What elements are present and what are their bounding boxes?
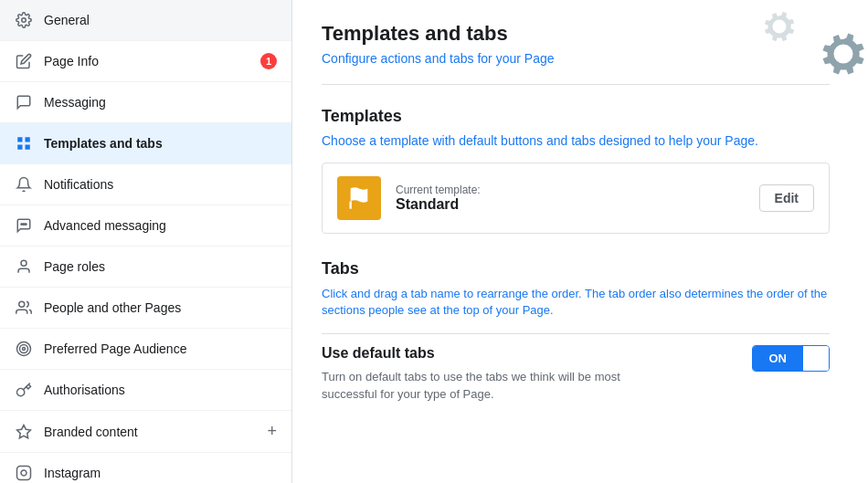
svg-rect-2 [26, 137, 30, 142]
page-info-badge: 1 [260, 53, 277, 69]
current-template-label: Current template: [396, 184, 759, 196]
use-default-tabs-info: Use default tabs Turn on default tabs to… [322, 345, 669, 402]
grid-icon [15, 134, 33, 152]
svg-point-12 [23, 348, 26, 351]
flag-icon [346, 185, 372, 211]
template-info: Current template: Standard [396, 184, 759, 213]
target-icon [15, 340, 33, 358]
toggle-on-option[interactable]: ON [753, 346, 804, 371]
sidebar-item-label: Authorisations [44, 383, 277, 397]
sidebar-item-label: People and other Pages [44, 300, 277, 315]
sidebar-item-advanced-messaging[interactable]: Advanced messaging [0, 205, 291, 247]
chat-dots-icon [15, 216, 33, 235]
instagram-icon [15, 464, 33, 482]
bell-icon [15, 175, 33, 194]
sidebar-item-label: Branded content [44, 425, 267, 439]
toggle-off-option[interactable] [803, 346, 829, 371]
use-default-tabs-desc: Turn on default tabs to use the tabs we … [322, 369, 669, 402]
sidebar-item-notifications[interactable]: Notifications [0, 164, 291, 205]
tabs-section: Tabs Click and drag a tab name to rearra… [322, 259, 830, 403]
templates-title: Templates [322, 107, 830, 126]
sidebar-item-page-roles[interactable]: Page roles [0, 247, 291, 288]
person-star-icon [15, 299, 33, 317]
tabs-description: Click and drag a tab name to rearrange t… [322, 286, 830, 319]
svg-marker-13 [17, 425, 31, 437]
svg-rect-14 [17, 467, 31, 480]
use-default-tabs-title: Use default tabs [322, 345, 669, 362]
sidebar-item-preferred-audience[interactable]: Preferred Page Audience [0, 329, 291, 370]
sidebar-item-label: Notifications [44, 177, 277, 192]
plus-icon: + [267, 422, 277, 441]
svg-point-5 [21, 224, 23, 226]
svg-point-9 [19, 301, 25, 307]
star-icon [15, 423, 33, 441]
sidebar-item-label: Advanced messaging [44, 218, 277, 233]
small-gear-icon [757, 4, 802, 49]
sidebar-item-authorisations[interactable]: Authorisations [0, 370, 291, 411]
sidebar-item-general[interactable]: General [0, 0, 291, 41]
tabs-title: Tabs [322, 259, 830, 278]
svg-point-6 [23, 224, 25, 226]
edit-template-button[interactable]: Edit [759, 184, 814, 212]
page-title: Templates and tabs [322, 22, 830, 46]
sidebar-item-label: Page roles [44, 259, 277, 274]
gears-decoration [784, 13, 848, 79]
sidebar-item-label: Templates and tabs [44, 136, 277, 151]
person-icon [15, 257, 33, 276]
large-gear-icon [811, 22, 868, 86]
page-subtitle: Configure actions and tabs for your Page [322, 51, 830, 66]
svg-point-11 [20, 345, 28, 353]
template-card: Current template: Standard Edit [322, 163, 830, 234]
svg-point-7 [26, 224, 27, 226]
page-header: Templates and tabs Configure actions and… [322, 22, 830, 85]
sidebar-item-branded-content[interactable]: Branded content + [0, 411, 291, 453]
svg-rect-3 [17, 145, 22, 150]
pencil-icon [15, 52, 33, 70]
sidebar-item-label: General [44, 13, 277, 27]
sidebar-item-templates-tabs[interactable]: Templates and tabs [0, 123, 291, 164]
sidebar-item-instagram[interactable]: Instagram [0, 453, 291, 483]
svg-point-0 [22, 18, 26, 23]
templates-section: Templates Choose a template with default… [322, 107, 830, 234]
key-icon [15, 381, 33, 399]
main-content: Templates and tabs Configure actions and… [292, 0, 868, 483]
sidebar-item-messaging[interactable]: Messaging [0, 82, 291, 123]
sidebar-item-people-pages[interactable]: People and other Pages [0, 288, 291, 329]
sidebar-item-label: Preferred Page Audience [44, 341, 277, 356]
template-icon [337, 176, 381, 220]
sidebar: General Page Info 1 Messaging Templates … [0, 0, 292, 483]
svg-rect-1 [17, 137, 22, 142]
sidebar-item-label: Page Info [44, 54, 255, 68]
chat-icon [15, 93, 33, 111]
gear-icon [15, 11, 33, 29]
sidebar-item-label: Messaging [44, 95, 277, 110]
sidebar-item-page-info[interactable]: Page Info 1 [0, 41, 291, 82]
sidebar-item-label: Instagram [44, 466, 277, 480]
template-name: Standard [396, 196, 759, 213]
default-tabs-toggle[interactable]: ON [752, 345, 831, 372]
use-default-tabs-row: Use default tabs Turn on default tabs to… [322, 333, 830, 402]
templates-subtitle: Choose a template with default buttons a… [322, 133, 830, 148]
svg-rect-4 [26, 145, 30, 150]
svg-point-8 [21, 260, 26, 266]
